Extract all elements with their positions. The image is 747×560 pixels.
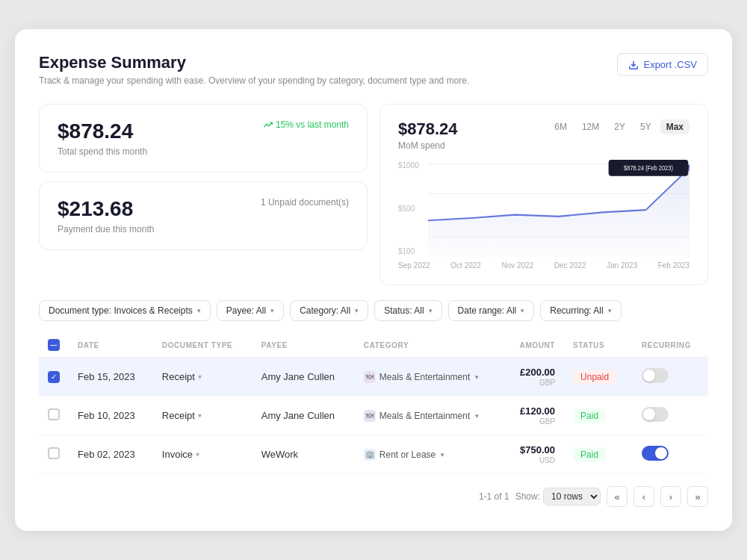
- expense-table: DATE DOCUMENT TYPE PAYEE CATEGORY AMOUNT…: [39, 333, 708, 474]
- recurring-filter[interactable]: Recurring: All ▾: [540, 300, 621, 321]
- chevron-down-icon: ▾: [270, 307, 274, 314]
- recurring-toggle[interactable]: [642, 446, 669, 461]
- status-badge: Paid: [573, 408, 606, 423]
- filter-bar: Document type: Invoices & Receipts ▾ Pay…: [39, 300, 708, 321]
- doc-type-dropdown[interactable]: Invoice ▾: [162, 449, 199, 460]
- row-status: Unpaid: [564, 358, 633, 396]
- row-amount: £200.00 GBP: [504, 358, 564, 396]
- row-payee: WeWork: [252, 435, 355, 474]
- pagination-info: 1-1 of 1: [479, 491, 509, 502]
- next-page-button[interactable]: ›: [660, 486, 681, 507]
- chevron-down-icon: ▾: [355, 307, 359, 314]
- svg-text:$878.24 (Feb 2023): $878.24 (Feb 2023): [624, 164, 673, 172]
- unpaid-badge: 1 Unpaid document(s): [261, 197, 349, 208]
- table-row: Feb 02, 2023 Invoice ▾ WeWork 🏢 Rent or …: [39, 435, 708, 474]
- col-payee: PAYEE: [252, 333, 355, 358]
- row-status: Paid: [564, 435, 633, 474]
- table-row: Feb 10, 2023 Receipt ▾ Amy Jane Cullen 🍽…: [39, 396, 708, 435]
- row-category: 🍽 Meals & Entertainment ▾: [355, 358, 504, 396]
- category-filter[interactable]: Category: All ▾: [290, 300, 368, 321]
- doc-type-dropdown[interactable]: Receipt ▾: [162, 410, 202, 421]
- pagination: 1-1 of 1 Show: 10 rows 25 rows 50 rows «…: [39, 486, 708, 507]
- category-icon: 🍽: [364, 410, 376, 422]
- chevron-down-icon: ▾: [608, 307, 612, 314]
- rows-per-page-select[interactable]: 10 rows 25 rows 50 rows: [543, 488, 601, 505]
- doc-type-dropdown[interactable]: Receipt ▾: [162, 371, 202, 382]
- payee-filter[interactable]: Payee: All ▾: [217, 300, 284, 321]
- row-doc-type: Receipt ▾: [153, 358, 252, 396]
- page-subtitle: Track & manage your spending with ease. …: [39, 75, 469, 86]
- chart-amount: $878.24: [398, 119, 458, 139]
- chart-area: $1000 $500 $100: [398, 160, 689, 257]
- row-doc-type: Receipt ▾: [153, 396, 252, 435]
- category-icon: 🍽: [364, 371, 376, 383]
- chart-card: $878.24 MoM spend 6M 12M 2Y 5Y Max $1000…: [379, 104, 708, 285]
- row-date: Feb 10, 2023: [69, 396, 153, 435]
- total-spend-header: $878.24 15% vs last month: [58, 119, 349, 143]
- chevron-down-icon: ▾: [521, 307, 524, 314]
- select-all-checkbox[interactable]: [48, 339, 60, 351]
- page-title: Expense Summary: [39, 53, 469, 72]
- col-doc-type: DOCUMENT TYPE: [153, 333, 252, 358]
- chevron-down-icon: ▾: [198, 411, 202, 420]
- row-doc-type: Invoice ▾: [153, 435, 252, 474]
- chart-header: $878.24 MoM spend 6M 12M 2Y 5Y Max: [398, 119, 689, 151]
- col-category: CATEGORY: [355, 333, 504, 358]
- status-badge: Unpaid: [573, 370, 616, 385]
- row-checkbox-cell[interactable]: [39, 358, 69, 396]
- status-filter[interactable]: Status: All ▾: [374, 300, 441, 321]
- show-rows-label: Show:: [515, 491, 540, 502]
- row-checkbox[interactable]: [48, 408, 60, 420]
- row-checkbox[interactable]: [48, 447, 60, 459]
- summary-section: $878.24 15% vs last month Total spend th…: [39, 104, 708, 285]
- row-date: Feb 15, 2023: [69, 358, 153, 396]
- status-badge: Paid: [573, 447, 606, 462]
- export-button[interactable]: Export .CSV: [617, 53, 708, 76]
- chevron-down-icon: ▾: [196, 450, 199, 458]
- row-payee: Amy Jane Cullen: [252, 396, 355, 435]
- payment-due-amount: $213.68: [58, 197, 133, 221]
- total-spend-card: $878.24 15% vs last month Total spend th…: [39, 104, 368, 172]
- doc-type-filter[interactable]: Document type: Invoices & Receipts ▾: [39, 300, 211, 321]
- row-checkbox[interactable]: [48, 371, 60, 383]
- row-amount: £120.00 GBP: [504, 396, 564, 435]
- x-axis-labels: Sep 2022 Oct 2022 Nov 2022 Dec 2022 Jan …: [398, 261, 689, 270]
- row-checkbox-cell[interactable]: [39, 396, 69, 435]
- category-pill: 🏢 Rent or Lease ▾: [364, 449, 444, 461]
- chevron-down-icon: ▾: [429, 307, 433, 314]
- tab-12m[interactable]: 12M: [576, 119, 605, 134]
- prev-page-button[interactable]: ‹: [633, 486, 654, 507]
- chevron-down-icon: ▾: [475, 412, 479, 420]
- select-all-header[interactable]: [39, 333, 69, 358]
- chevron-down-icon: ▾: [441, 451, 444, 458]
- row-recurring: [633, 435, 708, 474]
- tab-max[interactable]: Max: [660, 119, 689, 134]
- chart-title-block: $878.24 MoM spend: [398, 119, 458, 151]
- header-text: Expense Summary Track & manage your spen…: [39, 53, 469, 86]
- row-category: 🏢 Rent or Lease ▾: [355, 435, 504, 474]
- row-date: Feb 02, 2023: [69, 435, 153, 474]
- expense-summary-card: Expense Summary Track & manage your spen…: [15, 29, 732, 531]
- col-date: DATE: [69, 333, 153, 358]
- y-axis-labels: $1000 $500 $100: [398, 160, 428, 257]
- total-spend-amount-block: $878.24: [58, 119, 133, 143]
- row-amount: $750.00 USD: [504, 435, 564, 474]
- chevron-down-icon: ▾: [475, 373, 479, 381]
- row-checkbox-cell[interactable]: [39, 435, 69, 474]
- tab-6m[interactable]: 6M: [548, 119, 573, 134]
- total-spend-label: Total spend this month: [58, 146, 349, 157]
- date-range-filter[interactable]: Date range: All ▾: [448, 300, 535, 321]
- tab-2y[interactable]: 2Y: [608, 119, 631, 134]
- tab-5y[interactable]: 5Y: [634, 119, 657, 134]
- total-spend-amount: $878.24: [58, 119, 133, 143]
- recurring-toggle[interactable]: [642, 407, 669, 422]
- recurring-toggle[interactable]: [642, 368, 669, 383]
- chart-label: MoM spend: [398, 140, 458, 151]
- col-amount: AMOUNT: [504, 333, 564, 358]
- chevron-down-icon: ▾: [198, 373, 202, 381]
- first-page-button[interactable]: «: [607, 486, 627, 507]
- category-icon: 🏢: [364, 449, 376, 461]
- last-page-button[interactable]: »: [687, 486, 708, 507]
- show-rows-control: Show: 10 rows 25 rows 50 rows: [515, 488, 601, 505]
- trend-up-icon: [264, 120, 273, 129]
